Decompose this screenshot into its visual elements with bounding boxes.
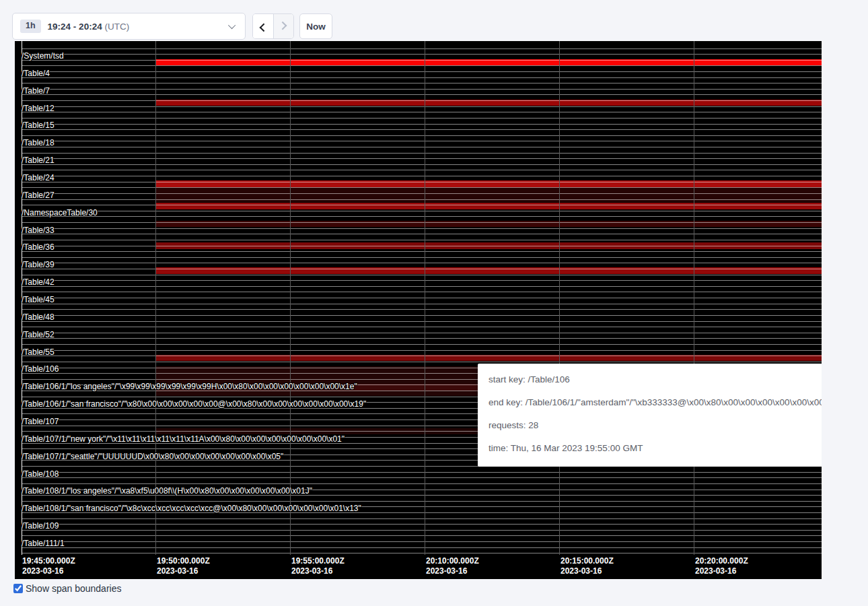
time-gridline — [425, 41, 425, 555]
tooltip-time-value: Thu, 16 Mar 2023 19:55:00 GMT — [511, 443, 643, 453]
tooltip-start-key-label: start key: — [489, 374, 526, 384]
span-boundary-line — [22, 483, 822, 484]
span-label: /Table/106/1/"los angeles"/"\x99\x99\x99… — [22, 382, 357, 391]
span-boundary-line — [22, 501, 822, 502]
next-interval-button[interactable] — [273, 14, 293, 38]
span-label: /Table/42 — [22, 277, 55, 287]
heat-band — [155, 203, 822, 209]
span-boundary-line — [22, 106, 822, 107]
span-boundary-line — [22, 94, 822, 95]
span-boundary-line — [22, 147, 822, 147]
time-range-selector[interactable]: 1h 19:24 - 20:24 (UTC) — [12, 13, 246, 40]
span-boundary-line — [22, 54, 822, 55]
span-label: /Table/48 — [22, 312, 55, 322]
span-boundary-line — [22, 187, 822, 188]
time-tick-label: 19:50:00.000Z2023-03-16 — [157, 556, 210, 576]
span-boundary-line — [22, 257, 822, 258]
span-boundary-line — [22, 304, 822, 304]
span-boundary-line — [22, 472, 822, 473]
tooltip-end-key-label: end key: — [489, 397, 523, 407]
span-boundary-line — [22, 83, 822, 83]
tick-time: 20:20:00.000Z — [695, 556, 748, 566]
span-label: /Table/52 — [22, 330, 55, 339]
tooltip-requests-value: 28 — [528, 420, 538, 430]
span-label: /Table/27 — [22, 191, 55, 200]
chevron-left-icon — [260, 23, 268, 32]
time-gridline — [559, 41, 560, 555]
span-boundary-line — [22, 338, 822, 339]
span-boundary-line — [22, 309, 822, 310]
time-tick-label: 20:20:00.000Z2023-03-16 — [695, 556, 748, 576]
span-boundary-line — [22, 362, 822, 362]
span-boundary-line — [22, 477, 822, 478]
span-boundary-line — [22, 112, 822, 112]
span-boundary-line — [22, 234, 822, 234]
span-label: /Table/107/1/"seattle"/"UUUUUUD\x00\x80\… — [22, 452, 283, 461]
tick-date: 2023-03-16 — [560, 566, 614, 576]
span-label: /Table/12 — [22, 104, 55, 113]
tick-date: 2023-03-16 — [291, 566, 345, 576]
time-toolbar: 1h 19:24 - 20:24 (UTC) Now — [0, 0, 868, 41]
span-label: /Table/106 — [22, 364, 59, 374]
span-boundary-line — [22, 240, 822, 240]
time-tick-label: 20:10:00.000Z2023-03-16 — [426, 556, 479, 576]
show-span-boundaries[interactable]: Show span boundaries — [13, 583, 121, 594]
span-boundary-line — [22, 205, 822, 205]
tooltip-time: time: Thu, 16 Mar 2023 19:55:00 GMT — [489, 442, 822, 455]
tick-date: 2023-03-16 — [426, 566, 479, 576]
span-boundary-line — [22, 524, 822, 525]
span-label: /Table/21 — [22, 156, 55, 165]
span-boundary-line — [22, 327, 822, 327]
span-label: /System/tsd — [22, 51, 64, 61]
span-boundary-line — [22, 158, 822, 159]
tick-date: 2023-03-16 — [695, 566, 748, 576]
span-boundary-line — [22, 170, 822, 170]
tick-time: 19:45:00.000Z — [22, 556, 75, 566]
span-boundary-line — [22, 65, 822, 66]
span-boundary-line — [22, 292, 822, 292]
time-nav-group — [252, 13, 294, 39]
span-boundary-line — [22, 333, 822, 333]
now-button[interactable]: Now — [299, 13, 332, 39]
hover-tooltip: start key: /Table/106 end key: /Table/10… — [478, 364, 822, 467]
span-boundary-line — [22, 135, 822, 136]
span-boundary-line — [22, 280, 822, 281]
span-boundary-line — [22, 275, 822, 275]
span-boundary-line — [22, 286, 822, 287]
tick-date: 2023-03-16 — [22, 566, 75, 576]
heat-band — [155, 187, 822, 202]
prev-interval-button[interactable] — [253, 14, 273, 38]
time-gridline — [290, 41, 291, 555]
span-label: /NamespaceTable/30 — [22, 208, 98, 217]
span-label: /Table/7 — [22, 86, 50, 96]
tooltip-time-label: time: — [489, 443, 508, 453]
span-boundary-line — [22, 553, 822, 553]
span-boundary-line — [22, 60, 822, 61]
time-gridline — [694, 41, 694, 555]
span-boundary-line — [22, 211, 822, 211]
span-label: /Table/108 — [22, 469, 59, 479]
show-span-boundaries-checkbox[interactable] — [13, 584, 23, 593]
span-boundary-line — [22, 315, 822, 316]
span-boundary-line — [22, 251, 822, 252]
span-boundary-line — [22, 118, 822, 119]
span-label: /Table/109 — [22, 521, 59, 531]
tooltip-start-key-value: /Table/106 — [528, 374, 570, 384]
time-gridline — [155, 41, 156, 555]
span-boundary-line — [22, 129, 822, 130]
chevron-right-icon — [279, 21, 287, 30]
span-boundary-line — [22, 48, 822, 49]
tooltip-end-key-value: /Table/106/1/"amsterdam"/"\xb333333@\x00… — [526, 397, 822, 407]
timezone-label: (UTC) — [104, 22, 129, 32]
span-boundary-line — [22, 518, 822, 519]
key-visualizer-canvas[interactable]: start key: /Table/106 end key: /Table/10… — [15, 41, 822, 579]
span-boundary-line — [22, 530, 822, 531]
span-boundary-line — [22, 89, 822, 90]
span-boundary-line — [22, 228, 822, 229]
span-label: /Table/108/1/"san francisco"/"\x8c\xcc\x… — [22, 504, 361, 513]
span-boundary-line — [22, 199, 822, 200]
span-boundary-line — [22, 216, 822, 217]
span-label: /Table/55 — [22, 347, 55, 357]
time-range-text: 19:24 - 20:24 (UTC) — [48, 22, 130, 32]
span-label: /Table/39 — [22, 260, 55, 269]
